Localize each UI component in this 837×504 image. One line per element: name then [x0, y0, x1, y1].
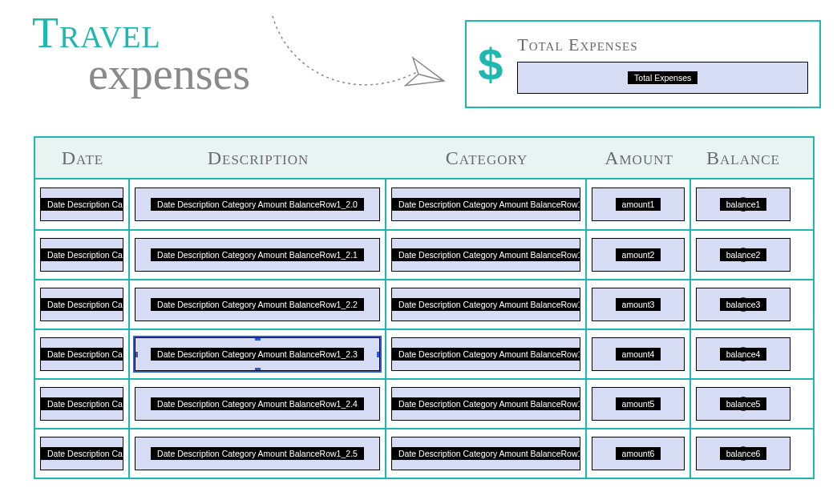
field-date[interactable]: Date Description Cate [40, 288, 123, 321]
cell-amount[interactable]: amount3 [587, 280, 691, 329]
cell-amount[interactable]: amount4 [587, 330, 691, 378]
cell-amount[interactable]: amount5 [587, 380, 691, 428]
field-value: amount1 [616, 198, 661, 211]
field-value: amount5 [616, 397, 661, 410]
field-balance[interactable]: balance1 [696, 187, 790, 221]
cell-date[interactable]: Date Description Cate [35, 380, 130, 428]
cell-balance[interactable]: balance1 [691, 179, 795, 229]
field-value: Date Description Cate [41, 447, 123, 460]
cell-description[interactable]: Date Description Category Amount Balance… [130, 380, 386, 428]
field-amount[interactable]: amount3 [592, 288, 685, 321]
cell-description[interactable]: Date Description Category Amount Balance… [130, 429, 386, 478]
field-value: amount3 [616, 298, 661, 311]
field-value: Date Description Category Amount Balance… [151, 447, 364, 460]
cell-description[interactable]: Date Description Category Amount Balance… [130, 179, 386, 229]
cell-balance[interactable]: balance6 [691, 429, 795, 478]
field-value: Date Description Category Amount Balance… [392, 397, 580, 410]
total-field-value: Total Expenses [628, 71, 698, 84]
cell-balance[interactable]: balance4 [691, 330, 795, 378]
field-description[interactable]: Date Description Category Amount Balance… [135, 337, 380, 371]
cell-amount[interactable]: amount2 [587, 231, 691, 279]
field-value: balance2 [720, 248, 767, 261]
cell-category[interactable]: Date Description Category Amount Balance… [386, 280, 587, 329]
field-amount[interactable]: amount6 [592, 437, 685, 470]
field-value: Date Description Category Amount Balance… [392, 348, 580, 361]
cell-description[interactable]: Date Description Category Amount Balance… [130, 330, 386, 378]
field-value: Date Description Category Amount Balance… [392, 248, 580, 261]
field-value: Date Description Cate [41, 298, 123, 311]
cell-category[interactable]: Date Description Category Amount Balance… [386, 330, 587, 378]
table-row: Date Description CateDate Description Ca… [35, 378, 813, 428]
table-row: Date Description CateDate Description Ca… [35, 179, 813, 229]
field-description[interactable]: Date Description Category Amount Balance… [135, 437, 380, 470]
dollar-icon: $ [478, 38, 503, 91]
field-date[interactable]: Date Description Cate [40, 337, 123, 371]
field-amount[interactable]: amount4 [592, 337, 685, 371]
field-value: Date Description Cate [41, 248, 123, 261]
field-value: balance4 [720, 348, 767, 361]
cell-description[interactable]: Date Description Category Amount Balance… [130, 280, 386, 329]
field-category[interactable]: Date Description Category Amount Balance… [391, 387, 580, 421]
cell-category[interactable]: Date Description Category Amount Balance… [386, 231, 587, 279]
table-row: Date Description CateDate Description Ca… [35, 428, 813, 478]
field-balance[interactable]: balance3 [696, 288, 790, 321]
table-body: Date Description CateDate Description Ca… [35, 179, 813, 478]
field-category[interactable]: Date Description Category Amount Balance… [391, 238, 580, 272]
total-field[interactable]: Total Expenses [517, 62, 808, 94]
field-date[interactable]: Date Description Cate [40, 187, 123, 221]
field-value: balance6 [720, 447, 767, 460]
cell-category[interactable]: Date Description Category Amount Balance… [386, 429, 587, 478]
total-expenses-box: $ Total Expenses Total Expenses [465, 20, 821, 108]
total-label: Total Expenses [517, 34, 808, 55]
cell-category[interactable]: Date Description Category Amount Balance… [386, 380, 587, 428]
field-description[interactable]: Date Description Category Amount Balance… [135, 387, 380, 421]
field-amount[interactable]: amount1 [592, 187, 685, 221]
field-description[interactable]: Date Description Category Amount Balance… [135, 187, 380, 221]
th-category: Category [386, 147, 587, 169]
field-value: balance3 [720, 298, 767, 311]
field-date[interactable]: Date Description Cate [40, 238, 123, 272]
field-category[interactable]: Date Description Category Amount Balance… [391, 288, 580, 321]
header: Travel expenses $ Total Expenses Total E… [0, 0, 837, 128]
field-description[interactable]: Date Description Category Amount Balance… [135, 238, 380, 272]
cell-description[interactable]: Date Description Category Amount Balance… [130, 231, 386, 279]
cell-balance[interactable]: balance3 [691, 280, 795, 329]
field-date[interactable]: Date Description Cate [40, 437, 123, 470]
field-value: Date Description Category Amount Balance… [151, 198, 364, 211]
field-value: Date Description Category Amount Balance… [392, 298, 580, 311]
title-line2: expenses [88, 48, 250, 99]
cell-date[interactable]: Date Description Cate [35, 280, 130, 329]
cell-amount[interactable]: amount6 [587, 429, 691, 478]
field-balance[interactable]: balance4 [696, 337, 790, 371]
cell-date[interactable]: Date Description Cate [35, 330, 130, 378]
field-balance[interactable]: balance6 [696, 437, 790, 470]
field-description[interactable]: Date Description Category Amount Balance… [135, 288, 380, 321]
field-balance[interactable]: balance5 [696, 387, 790, 421]
field-date[interactable]: Date Description Cate [40, 387, 123, 421]
th-amount: Amount [587, 147, 691, 169]
th-description: Description [130, 147, 386, 169]
cell-date[interactable]: Date Description Cate [35, 429, 130, 478]
field-amount[interactable]: amount2 [592, 238, 685, 272]
field-value: amount4 [616, 348, 661, 361]
field-balance[interactable]: balance2 [696, 238, 790, 272]
field-value: Date Description Category Amount Balance… [151, 298, 364, 311]
cell-date[interactable]: Date Description Cate [35, 231, 130, 279]
field-category[interactable]: Date Description Category Amount Balance… [391, 337, 580, 371]
field-amount[interactable]: amount5 [592, 387, 685, 421]
cell-date[interactable]: Date Description Cate [35, 179, 130, 229]
field-category[interactable]: Date Description Category Amount Balance… [391, 187, 580, 221]
cell-balance[interactable]: balance2 [691, 231, 795, 279]
table-row: Date Description CateDate Description Ca… [35, 329, 813, 378]
field-value: balance1 [720, 198, 767, 211]
field-value: Date Description Category Amount Balance… [151, 248, 364, 261]
cell-balance[interactable]: balance5 [691, 380, 795, 428]
page-title: Travel expenses [32, 8, 232, 120]
field-value: Date Description Cate [41, 397, 123, 410]
field-value: amount2 [616, 248, 661, 261]
cell-category[interactable]: Date Description Category Amount Balance… [386, 179, 587, 229]
total-right: Total Expenses Total Expenses [517, 34, 808, 94]
field-category[interactable]: Date Description Category Amount Balance… [391, 437, 580, 470]
cell-amount[interactable]: amount1 [587, 179, 691, 229]
table-row: Date Description CateDate Description Ca… [35, 229, 813, 279]
